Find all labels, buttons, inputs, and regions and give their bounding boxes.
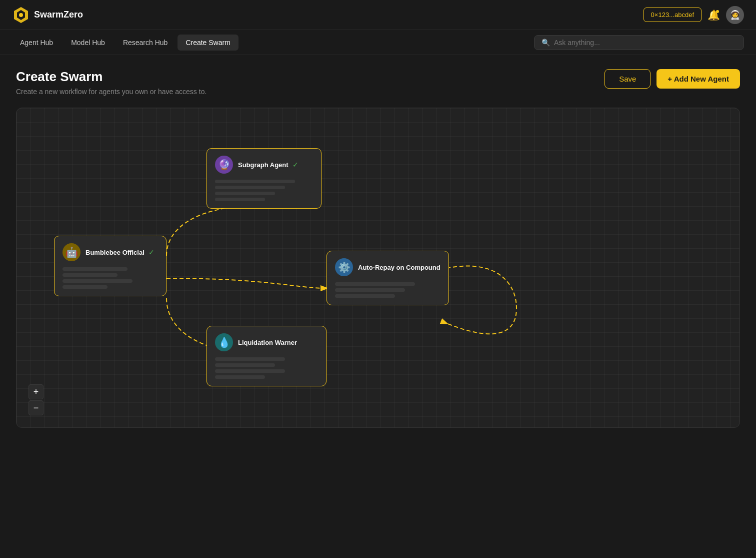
page-actions: Save + Add New Agent	[604, 69, 740, 89]
zoom-out-button[interactable]: −	[28, 400, 44, 415]
nav-research-hub[interactable]: Research Hub	[115, 35, 176, 51]
agent-avatar-subgraph: 🔮	[215, 156, 233, 174]
search-input[interactable]	[554, 39, 736, 47]
agent-name-liquidation: Liquidation Warner	[238, 339, 297, 346]
save-button[interactable]: Save	[604, 69, 650, 89]
main-content: Create Swarm Create a new workflow for a…	[0, 55, 756, 442]
agent-avatar-bumblebee: 🤖	[62, 243, 80, 261]
search-icon: 🔍	[542, 39, 550, 47]
agent-lines-bumblebee	[62, 267, 158, 289]
swarm-canvas[interactable]: 🔮 Subgraph Agent ✓ 🤖 Bumblebee Official …	[16, 108, 740, 428]
agent-avatar-autorepay: ⚙️	[335, 258, 353, 276]
agent-lines-autorepay	[335, 282, 440, 298]
node-liquidation-warner[interactable]: 💧 Liquidation Warner	[206, 326, 326, 386]
agent-name-bumblebee: Bumblebee Official	[86, 249, 144, 256]
nav-agent-hub[interactable]: Agent Hub	[12, 35, 61, 51]
logo-icon	[12, 6, 30, 24]
main-nav: Agent Hub Model Hub Research Hub Create …	[0, 30, 756, 55]
agent-name-autorepay: Auto-Repay on Compound	[358, 264, 440, 271]
wallet-button[interactable]: 0×123...abcdef	[644, 8, 702, 22]
nav-create-swarm[interactable]: Create Swarm	[178, 35, 238, 51]
header-actions: 0×123...abcdef 🔔 🧑‍🚀	[644, 6, 744, 24]
avatar[interactable]: 🧑‍🚀	[726, 6, 744, 24]
agent-name-subgraph: Subgraph Agent	[238, 161, 288, 169]
avatar-emoji: 🧑‍🚀	[730, 10, 740, 21]
node-auto-repay[interactable]: ⚙️ Auto-Repay on Compound	[326, 251, 449, 305]
notification-button[interactable]: 🔔	[708, 9, 720, 21]
agent-lines-subgraph	[215, 180, 313, 201]
page-title-area: Create Swarm Create a new workflow for a…	[16, 69, 206, 96]
page-header: Create Swarm Create a new workflow for a…	[16, 69, 740, 96]
verified-icon-bumblebee: ✓	[148, 248, 154, 256]
add-agent-button[interactable]: + Add New Agent	[656, 69, 740, 89]
verified-icon-subgraph: ✓	[292, 161, 298, 169]
zoom-controls: + −	[28, 384, 44, 415]
node-bumblebee[interactable]: 🤖 Bumblebee Official ✓	[54, 236, 166, 296]
notification-dot	[716, 10, 719, 13]
nav-model-hub[interactable]: Model Hub	[63, 35, 113, 51]
page-title: Create Swarm	[16, 69, 206, 85]
app-header: SwarmZero 0×123...abcdef 🔔 🧑‍🚀	[0, 0, 756, 30]
app-name: SwarmZero	[34, 10, 83, 20]
svg-point-2	[19, 13, 23, 17]
node-subgraph-agent[interactable]: 🔮 Subgraph Agent ✓	[206, 148, 322, 209]
agent-avatar-liquidation: 💧	[215, 333, 233, 351]
agent-lines-liquidation	[215, 357, 318, 379]
search-bar: 🔍	[534, 35, 744, 50]
logo-area: SwarmZero	[12, 6, 83, 24]
zoom-in-button[interactable]: +	[28, 384, 44, 399]
page-subtitle: Create a new workflow for agents you own…	[16, 88, 206, 96]
